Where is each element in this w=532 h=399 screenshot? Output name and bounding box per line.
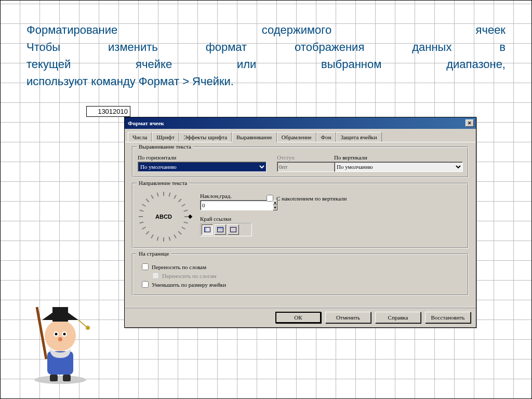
heading-line: Форматирование содержимого ячеек (26, 21, 506, 38)
close-button[interactable]: ✕ (466, 119, 474, 127)
spreadsheet-cell-value: 13012010 (86, 106, 130, 117)
angle-label: Наклон,град. (200, 193, 252, 199)
angle-input[interactable] (200, 200, 273, 210)
svg-point-11 (86, 326, 90, 330)
svg-point-4 (55, 333, 58, 336)
svg-line-12 (37, 307, 46, 359)
group-text-alignment: Выравнивание текста По горизонтали По ум… (132, 147, 469, 178)
tab-protection[interactable]: Защита ячейки (336, 132, 382, 142)
edge-icon (217, 227, 223, 232)
ref-edge-bottom[interactable] (202, 224, 213, 235)
heading-line: Чтобы изменить формат отображения данных… (26, 38, 506, 56)
ok-button[interactable]: ОК (275, 312, 321, 323)
svg-point-6 (63, 333, 66, 336)
slide-heading: Форматирование содержимого ячеек Чтобы и… (26, 21, 506, 90)
vertical-stack-checkbox[interactable]: С накоплением по вертикали (267, 195, 347, 202)
format-cells-dialog: Формат ячеек ✕ Числа Шрифт Эффекты шрифт… (124, 117, 476, 328)
dial-indicator-icon (188, 215, 192, 219)
svg-point-0 (34, 376, 86, 384)
vertical-label: По вертикали (334, 154, 463, 161)
indent-label: Отступ (277, 154, 324, 161)
tab-font-effects[interactable]: Эффекты шрифта (179, 132, 232, 142)
tab-background[interactable]: Фон (316, 132, 336, 142)
checkbox-label: Переносить по слогам (162, 273, 217, 279)
spin-down-icon[interactable]: ▼ (273, 205, 277, 210)
edge-icon (204, 227, 210, 232)
checkbox-input (152, 272, 159, 279)
checkbox-label: С накоплением по вертикали (276, 195, 347, 202)
dial-label: ABCD (155, 214, 172, 220)
cancel-button[interactable]: Отменить (325, 312, 371, 323)
heading-line: текущей ячейке или выбранном диапазоне, (26, 56, 506, 73)
dialog-titlebar[interactable]: Формат ячеек ✕ (125, 117, 476, 129)
horizontal-label: По горизонтали (138, 154, 267, 161)
reset-button[interactable]: Восстановить (425, 312, 471, 323)
angle-spinner[interactable]: ▲▼ (200, 200, 252, 210)
group-on-page: На странице Переносить по словам Перенос… (132, 254, 469, 296)
edge-icon (230, 227, 236, 232)
mascot-illustration (21, 291, 99, 385)
hyphenation-checkbox: Переносить по слогам (152, 272, 463, 279)
rotation-dial[interactable]: ABCD (138, 191, 190, 243)
svg-rect-14 (63, 375, 71, 381)
vertical-select[interactable]: По умолчанию (334, 162, 463, 172)
tab-numbers[interactable]: Числа (128, 132, 152, 142)
heading-line: используют команду Формат > Ячейки. (26, 73, 506, 90)
shrink-to-fit-checkbox[interactable]: Уменьшить по размеру ячейки (142, 281, 463, 288)
svg-point-2 (45, 320, 76, 351)
group-title: На странице (137, 250, 171, 257)
wrap-words-checkbox[interactable]: Переносить по словам (142, 263, 463, 270)
checkbox-input[interactable] (142, 263, 149, 270)
indent-spinner[interactable]: ▲▼ (277, 162, 314, 172)
ref-edge-inside[interactable] (228, 224, 239, 235)
checkbox-input[interactable] (267, 195, 273, 202)
checkbox-label: Уменьшить по размеру ячейки (152, 282, 226, 288)
group-title: Направление текста (137, 180, 189, 186)
svg-rect-9 (52, 307, 68, 322)
group-text-direction: Направление текста ABCD Наклон,град. ▲▼ (132, 183, 469, 248)
svg-rect-13 (50, 375, 58, 381)
tab-alignment[interactable]: Выравнивание (232, 132, 277, 142)
reference-edge-label: Край ссылки (200, 216, 252, 222)
close-icon: ✕ (468, 121, 472, 126)
checkbox-label: Переносить по словам (152, 264, 206, 270)
reference-edge-buttons (200, 223, 252, 236)
dialog-title: Формат ячеек (128, 120, 164, 126)
tab-borders[interactable]: Обрамление (277, 132, 316, 142)
dialog-button-row: ОК Отменить Справка Восстановить (125, 307, 476, 327)
checkbox-input[interactable] (142, 281, 149, 288)
ref-edge-top[interactable] (215, 224, 226, 235)
dialog-tabs: Числа Шрифт Эффекты шрифта Выравнивание … (125, 129, 476, 142)
help-button[interactable]: Справка (375, 312, 421, 323)
svg-point-7 (58, 337, 62, 341)
tab-font[interactable]: Шрифт (152, 132, 179, 142)
horizontal-select[interactable]: По умолчанию (138, 162, 267, 172)
group-title: Выравнивание текста (137, 143, 193, 150)
